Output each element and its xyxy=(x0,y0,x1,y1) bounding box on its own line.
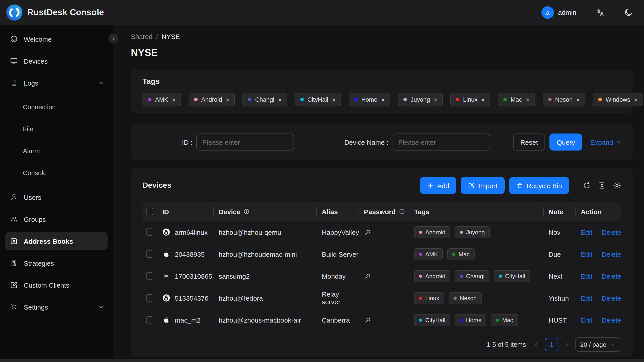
device-note: Nov xyxy=(543,228,576,236)
remove-tag-icon[interactable]: × xyxy=(332,96,336,103)
remove-tag-icon[interactable]: × xyxy=(172,96,176,103)
sidebar-item-file[interactable]: File xyxy=(0,120,113,138)
horizontal-scrollbar[interactable] xyxy=(0,359,644,362)
remove-tag-icon[interactable]: × xyxy=(481,96,485,103)
sidebar-item-devices[interactable]: Devices xyxy=(0,52,113,70)
next-page-icon[interactable] xyxy=(564,342,570,347)
sidebar-item-welcome[interactable]: Welcome xyxy=(0,30,113,48)
remove-tag-icon[interactable]: × xyxy=(526,96,530,103)
query-button[interactable]: Query xyxy=(550,134,582,150)
tag-chip-changi[interactable]: Changi × xyxy=(243,93,287,106)
sidebar-subitem-label: Console xyxy=(23,169,46,176)
tag-chip-changi: Changi xyxy=(455,270,490,282)
edit-link[interactable]: Edit xyxy=(581,250,592,258)
row-checkbox[interactable] xyxy=(146,316,153,324)
view-password-icon[interactable] xyxy=(364,272,372,280)
row-tags: CityHall Home Mac xyxy=(409,314,543,326)
tag-chip-linux[interactable]: Linux × xyxy=(450,93,490,106)
row-tags: Android Juyong xyxy=(409,226,543,238)
edit-link[interactable]: Edit xyxy=(581,228,592,236)
table-header-device: Device xyxy=(213,202,316,221)
tag-chip-mac: Mac xyxy=(491,314,518,326)
page-size-select[interactable]: 20 / page xyxy=(575,337,620,352)
sidebar-item-logs[interactable]: Logs xyxy=(0,74,113,92)
breadcrumb-parent[interactable]: Shared xyxy=(131,33,152,40)
sidebar-item-groups[interactable]: Groups xyxy=(0,210,113,228)
moon-icon[interactable] xyxy=(624,8,633,17)
add-device-button[interactable]: Add xyxy=(420,177,456,194)
id-filter-input[interactable] xyxy=(196,134,294,150)
sidebar-item-custom-clients[interactable]: Custom Clients xyxy=(0,276,113,294)
prev-page-icon[interactable] xyxy=(534,342,539,347)
devices-card: Devices Add Import Recycle Bin xyxy=(131,168,633,357)
import-icon xyxy=(468,182,475,189)
sidebar-item-connection[interactable]: Connection xyxy=(0,98,113,116)
sidebar-collapse-button[interactable] xyxy=(108,34,118,44)
row-checkbox[interactable] xyxy=(146,250,153,258)
tag-chip-home[interactable]: Home × xyxy=(349,93,390,106)
tag-chip-android[interactable]: Android × xyxy=(189,93,235,106)
remove-tag-icon[interactable]: × xyxy=(434,96,438,103)
tag-chip-juyong[interactable]: Juyong × xyxy=(398,93,443,106)
expand-link-label: Expand xyxy=(590,138,613,146)
page-number-button[interactable]: 1 xyxy=(545,338,558,351)
remove-tag-icon[interactable]: × xyxy=(634,96,638,103)
android-icon xyxy=(162,272,170,280)
tag-label: Android xyxy=(425,229,446,236)
tag-chip-cityhall[interactable]: CityHall × xyxy=(295,93,341,106)
tag-label: Mac xyxy=(458,251,470,258)
sidebar-item-settings[interactable]: Settings xyxy=(0,298,113,316)
device-alias: Canberra xyxy=(316,316,358,324)
device-name-filter-input[interactable] xyxy=(392,134,490,150)
expand-link[interactable]: Expand xyxy=(590,138,621,146)
reset-button[interactable]: Reset xyxy=(513,134,545,150)
remove-tag-icon[interactable]: × xyxy=(278,96,282,103)
edit-link[interactable]: Edit xyxy=(581,294,592,302)
tag-chip-neson: Neson xyxy=(448,292,482,304)
gear-icon xyxy=(10,303,18,311)
tag-label: Changi xyxy=(255,96,274,103)
sidebar-item-label: Devices xyxy=(24,57,48,65)
info-icon[interactable] xyxy=(399,208,405,214)
remove-tag-icon[interactable]: × xyxy=(381,96,385,103)
app-window: RustDesk Console a admin Welcome Devices… xyxy=(0,0,644,362)
sidebar-item-users[interactable]: Users xyxy=(0,188,113,206)
sidebar-item-address-books[interactable]: Address Books xyxy=(6,232,108,250)
row-checkbox[interactable] xyxy=(146,272,153,280)
refresh-icon[interactable] xyxy=(582,182,591,190)
recycle-bin-button[interactable]: Recycle Bin xyxy=(509,177,569,194)
table-settings-gear-icon[interactable] xyxy=(613,182,621,190)
edit-link[interactable]: Edit xyxy=(581,272,592,280)
user-name[interactable]: admin xyxy=(558,8,576,16)
view-password-icon[interactable] xyxy=(364,228,372,236)
translate-icon[interactable] xyxy=(595,8,604,17)
sidebar-item-console[interactable]: Console xyxy=(0,164,113,182)
tag-chip-mac[interactable]: Mac × xyxy=(498,93,535,106)
sidebar-menu: Welcome Devices Logs Connection File Ala… xyxy=(0,30,113,316)
trash-icon xyxy=(516,182,523,189)
import-button[interactable]: Import xyxy=(461,177,504,194)
select-all-checkbox[interactable] xyxy=(146,208,153,215)
edit-link[interactable]: Edit xyxy=(581,316,592,324)
sidebar-item-alarm[interactable]: Alarm xyxy=(0,142,113,160)
row-checkbox[interactable] xyxy=(146,294,153,302)
remove-tag-icon[interactable]: × xyxy=(576,96,580,103)
remove-tag-icon[interactable]: × xyxy=(226,96,230,103)
delete-link[interactable]: Delete xyxy=(602,272,621,280)
column-height-icon[interactable] xyxy=(598,182,606,190)
table-header-note: Note xyxy=(543,202,576,221)
user-avatar[interactable]: a xyxy=(541,6,554,18)
tag-chip-windows[interactable]: Windows × xyxy=(593,93,643,106)
view-password-icon[interactable] xyxy=(364,316,372,324)
delete-link[interactable]: Delete xyxy=(602,228,621,236)
row-checkbox[interactable] xyxy=(146,228,153,236)
delete-link[interactable]: Delete xyxy=(602,294,621,302)
info-icon[interactable] xyxy=(244,208,250,214)
sidebar-item-strategies[interactable]: Strategies xyxy=(0,254,113,272)
delete-link[interactable]: Delete xyxy=(602,250,621,258)
delete-link[interactable]: Delete xyxy=(602,316,621,324)
action-divider xyxy=(597,273,598,279)
tag-chip-neson[interactable]: Neson × xyxy=(542,93,586,106)
device-note: Next xyxy=(543,272,576,280)
tag-chip-amk[interactable]: AMK × xyxy=(142,93,181,106)
